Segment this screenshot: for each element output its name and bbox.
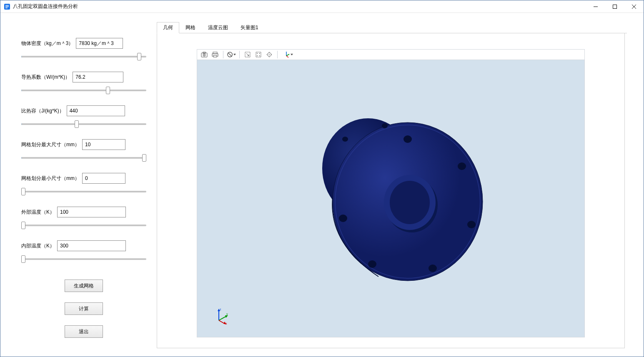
toolbar-separator (223, 51, 223, 58)
action-buttons: 生成网格 计算 退出 (21, 280, 146, 338)
viewport-toolbar (197, 49, 585, 60)
app-icon (4, 3, 10, 10)
exit-button[interactable]: 退出 (65, 325, 103, 338)
svg-text:y: y (226, 312, 228, 316)
svg-point-17 (259, 53, 260, 54)
svg-point-37 (342, 137, 348, 142)
mesh-max-slider[interactable] (21, 157, 146, 159)
svg-rect-15 (256, 52, 261, 57)
param-label: 导热系数（W/(m*K)） (21, 74, 70, 81)
param-label: 网格划分最大尺寸（mm） (21, 141, 80, 148)
axis-gizmo: z y x (214, 308, 231, 325)
param-label: 外部温度（K） (21, 209, 55, 216)
temp-outer-input[interactable] (57, 207, 126, 217)
mesh-min-slider[interactable] (21, 191, 146, 192)
param-heat-capacity: 比热容（J/(kg*K)） (21, 105, 146, 128)
zoom-extents-icon[interactable] (254, 50, 263, 59)
tab-bar: 几何 网格 温度云图 矢量图1 (157, 23, 627, 33)
param-label: 内部温度（K） (21, 242, 55, 250)
maximize-button[interactable] (605, 0, 624, 13)
svg-line-21 (286, 54, 289, 56)
svg-rect-2 (613, 5, 617, 8)
svg-text:z: z (220, 308, 221, 311)
svg-point-16 (257, 53, 258, 54)
svg-marker-42 (225, 315, 228, 318)
temp-inner-input[interactable] (57, 240, 126, 251)
thermal-k-input[interactable] (73, 72, 123, 82)
toolbar-separator (239, 51, 240, 58)
parameters-panel: 物体密度（kg／m＾3） 导热系数（W/(m*K)） (17, 23, 146, 348)
app-window: 八孔固定双圆盘连接件热分析 物体密度（kg／m＾3） 导热系数（W/(m*K)） (0, 0, 644, 357)
toolbar-separator (277, 51, 278, 58)
screenshot-icon[interactable] (200, 50, 209, 59)
param-density: 物体密度（kg／m＾3） (21, 38, 146, 60)
param-label: 网格划分最小尺寸（mm） (21, 175, 80, 182)
print-icon[interactable] (210, 50, 220, 59)
content-area: 物体密度（kg／m＾3） 导热系数（W/(m*K)） (0, 13, 644, 357)
thermal-k-slider[interactable] (21, 90, 146, 91)
heat-cap-slider[interactable] (21, 123, 146, 125)
param-label: 比热容（J/(kg*K)） (21, 107, 64, 115)
view-container: z y x (157, 33, 625, 348)
svg-line-13 (228, 52, 232, 57)
param-mesh-max: 网格划分最大尺寸（mm） (21, 139, 146, 162)
axis-menu-icon[interactable] (281, 50, 294, 59)
generate-mesh-button[interactable]: 生成网格 (65, 280, 103, 292)
svg-point-8 (204, 55, 205, 56)
svg-point-19 (259, 55, 260, 56)
flange-geometry (295, 93, 487, 285)
density-input[interactable] (76, 38, 123, 49)
svg-line-41 (219, 316, 226, 320)
zoom-box-icon[interactable] (243, 50, 252, 59)
tab-geometry[interactable]: 几何 (157, 22, 179, 33)
calculate-button[interactable]: 计算 (65, 302, 103, 315)
svg-line-22 (286, 56, 288, 57)
svg-point-32 (458, 162, 466, 170)
svg-text:x: x (226, 322, 227, 325)
svg-point-36 (339, 215, 347, 222)
param-temp-outer: 外部温度（K） (21, 207, 146, 229)
temp-outer-slider[interactable] (21, 225, 146, 226)
tab-temp-contour[interactable]: 温度云图 (202, 22, 234, 33)
minimize-button[interactable] (586, 0, 605, 13)
param-label: 物体密度（kg／m＾3） (21, 40, 73, 47)
param-thermal-conductivity: 导热系数（W/(m*K)） (21, 72, 146, 94)
reset-view-icon[interactable] (227, 50, 236, 59)
svg-point-18 (257, 55, 258, 56)
svg-point-30 (390, 181, 430, 224)
heat-cap-input[interactable] (67, 105, 125, 116)
param-mesh-min: 网格划分最小尺寸（mm） (21, 173, 146, 195)
svg-point-34 (428, 265, 437, 272)
mesh-min-input[interactable] (82, 173, 125, 184)
param-temp-inner: 内部温度（K） (21, 240, 146, 263)
svg-point-35 (368, 260, 376, 268)
svg-rect-11 (213, 55, 217, 57)
density-slider[interactable] (21, 56, 146, 57)
window-title: 八孔固定双圆盘连接件热分析 (13, 3, 586, 10)
svg-rect-9 (213, 52, 217, 54)
mesh-max-input[interactable] (82, 139, 125, 150)
transparency-icon[interactable] (265, 50, 274, 59)
temp-inner-slider[interactable] (21, 258, 146, 260)
3d-viewport[interactable]: z y x (197, 60, 585, 337)
tab-vector1[interactable]: 矢量图1 (234, 22, 265, 33)
close-button[interactable] (624, 0, 644, 13)
view-panel: 几何 网格 温度云图 矢量图1 (155, 23, 627, 348)
titlebar: 八孔固定双圆盘连接件热分析 (0, 0, 644, 13)
svg-point-38 (382, 123, 388, 128)
tab-mesh[interactable]: 网格 (179, 22, 202, 33)
svg-point-33 (467, 221, 476, 228)
svg-point-31 (403, 135, 412, 143)
